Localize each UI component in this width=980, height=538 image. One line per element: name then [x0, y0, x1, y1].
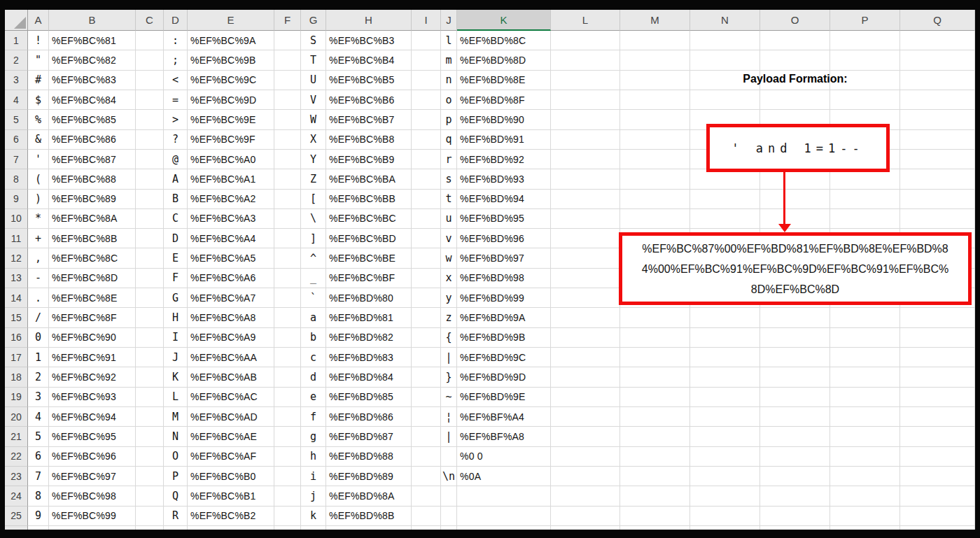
cell-B23[interactable]: %EF%BC%97 — [49, 467, 136, 486]
cell-L3[interactable] — [551, 71, 620, 90]
cell-F14[interactable] — [274, 288, 301, 308]
cell-K21[interactable]: %EF%BF%A8 — [457, 427, 551, 446]
cell-B25[interactable]: %EF%BC%99 — [49, 507, 136, 526]
cell-M24[interactable] — [620, 486, 690, 506]
cell-A1[interactable]: ! — [28, 31, 49, 50]
cell-B3[interactable]: %EF%BC%83 — [49, 71, 136, 90]
row-header-1[interactable]: 1 — [5, 31, 28, 50]
cell-M6[interactable] — [620, 130, 690, 150]
cell-K16[interactable]: %EF%BD%9B — [457, 328, 551, 348]
cell-N23[interactable] — [690, 467, 760, 486]
cell-Q4[interactable] — [900, 90, 975, 110]
cell-D12[interactable]: E — [164, 248, 188, 268]
cell-O9[interactable] — [760, 190, 830, 209]
cell-M21[interactable] — [620, 427, 690, 446]
cell-D6[interactable]: ? — [164, 130, 188, 150]
cell-M22[interactable] — [620, 447, 690, 467]
cell-F8[interactable] — [274, 169, 301, 189]
cell-C9[interactable] — [136, 190, 164, 209]
cell-I15[interactable] — [412, 308, 441, 327]
cell-K12[interactable]: %EF%BD%97 — [457, 248, 551, 268]
cell-C13[interactable] — [136, 269, 164, 288]
cell-O20[interactable] — [760, 407, 830, 427]
cell-E15[interactable]: %EF%BC%A8 — [188, 308, 274, 327]
cell-G9[interactable]: [ — [301, 190, 326, 209]
cell-K2[interactable]: %EF%BD%8D — [457, 50, 551, 70]
column-header-E[interactable]: E — [188, 10, 274, 31]
cell-G3[interactable]: U — [301, 71, 326, 90]
cell-P10[interactable] — [830, 209, 900, 229]
cell-D24[interactable]: Q — [164, 486, 188, 506]
cell-N2[interactable] — [690, 50, 760, 70]
cell-C20[interactable] — [136, 407, 164, 427]
cell-P2[interactable] — [830, 50, 900, 70]
row-header-22[interactable]: 22 — [5, 447, 28, 467]
cell-J6[interactable]: q — [441, 130, 457, 150]
cell-Q17[interactable] — [900, 348, 975, 367]
cell-C23[interactable] — [136, 467, 164, 486]
cell-M16[interactable] — [620, 328, 690, 348]
cell-N1[interactable] — [690, 31, 760, 50]
cell-H19[interactable]: %EF%BD%85 — [326, 388, 412, 407]
column-header-B[interactable]: B — [49, 10, 136, 31]
cell-P23[interactable] — [830, 467, 900, 486]
cell-K3[interactable]: %EF%BD%8E — [457, 71, 551, 90]
cell-M23[interactable] — [620, 467, 690, 486]
cell-P21[interactable] — [830, 427, 900, 446]
cell-E23[interactable]: %EF%BC%B0 — [188, 467, 274, 486]
cell-E5[interactable]: %EF%BC%9E — [188, 110, 274, 129]
cell-G24[interactable]: j — [301, 486, 326, 506]
cell-H14[interactable]: %EF%BD%80 — [326, 288, 412, 308]
cell-M9[interactable] — [620, 190, 690, 209]
cell-J10[interactable]: u — [441, 209, 457, 229]
cell-B17[interactable]: %EF%BC%91 — [49, 348, 136, 367]
row-header-11[interactable]: 11 — [5, 229, 28, 248]
cell-L18[interactable] — [551, 367, 620, 387]
cell-D21[interactable]: N — [164, 427, 188, 446]
cell-A6[interactable]: & — [28, 130, 49, 150]
cell-N4[interactable] — [690, 90, 760, 110]
column-header-L[interactable]: L — [551, 10, 620, 31]
cell-C25[interactable] — [136, 507, 164, 526]
cell-J4[interactable]: o — [441, 90, 457, 110]
cell-L16[interactable] — [551, 328, 620, 348]
row-header-9[interactable]: 9 — [5, 190, 28, 209]
column-header-J[interactable]: J — [441, 10, 457, 31]
cell-M8[interactable] — [620, 169, 690, 189]
cell-H12[interactable]: %EF%BC%BE — [326, 248, 412, 268]
cell-D8[interactable]: A — [164, 169, 188, 189]
cell-H10[interactable]: %EF%BC%BC — [326, 209, 412, 229]
cell-B18[interactable]: %EF%BC%92 — [49, 367, 136, 387]
cell-O1[interactable] — [760, 31, 830, 50]
cell-G8[interactable]: Z — [301, 169, 326, 189]
cell-K22[interactable]: %0 0 — [457, 447, 551, 467]
cell-L14[interactable] — [551, 288, 620, 308]
cell-I18[interactable] — [412, 367, 441, 387]
cell-H3[interactable]: %EF%BC%B5 — [326, 71, 412, 90]
cell-H21[interactable]: %EF%BD%87 — [326, 427, 412, 446]
cell-F17[interactable] — [274, 348, 301, 367]
cell-Q21[interactable] — [900, 427, 975, 446]
cell-D11[interactable]: D — [164, 229, 188, 248]
row-header-17[interactable]: 17 — [5, 348, 28, 367]
cell-J5[interactable]: p — [441, 110, 457, 129]
cell-G18[interactable]: d — [301, 367, 326, 387]
cell-A18[interactable]: 2 — [28, 367, 49, 387]
cell-B15[interactable]: %EF%BC%8F — [49, 308, 136, 327]
row-header-13[interactable]: 13 — [5, 269, 28, 288]
cell-L2[interactable] — [551, 50, 620, 70]
cell-K15[interactable]: %EF%BD%9A — [457, 308, 551, 327]
cell-O8[interactable] — [760, 169, 830, 189]
cell-C6[interactable] — [136, 130, 164, 150]
cell-M2[interactable] — [620, 50, 690, 70]
cell-K17[interactable]: %EF%BD%9C — [457, 348, 551, 367]
cell-G10[interactable]: \ — [301, 209, 326, 229]
row-header-6[interactable]: 6 — [5, 130, 28, 150]
cell-E11[interactable]: %EF%BC%A4 — [188, 229, 274, 248]
cell-F6[interactable] — [274, 130, 301, 150]
cell-A4[interactable]: $ — [28, 90, 49, 110]
cell-Q9[interactable] — [900, 190, 975, 209]
cell-Q1[interactable] — [900, 31, 975, 50]
cell-F13[interactable] — [274, 269, 301, 288]
cell-I23[interactable] — [412, 467, 441, 486]
